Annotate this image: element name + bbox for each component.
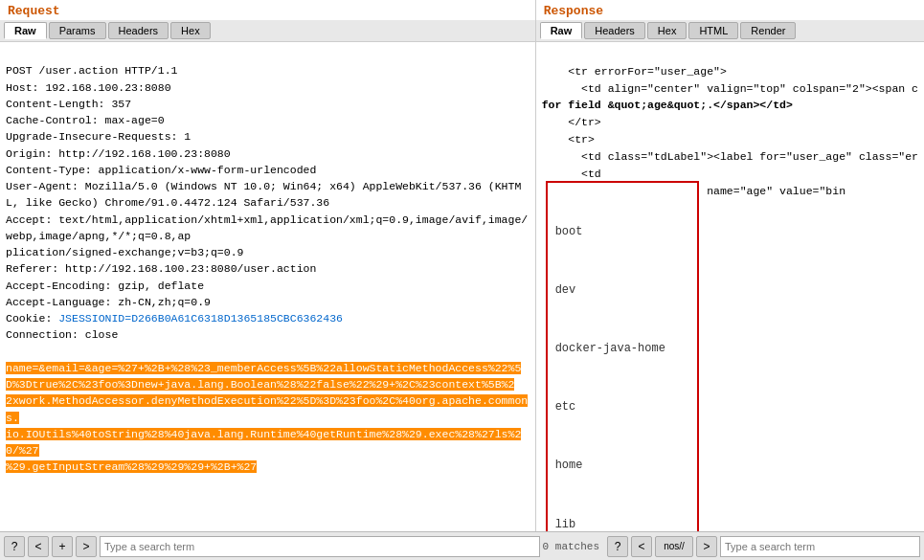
response-title: Response	[536, 0, 924, 20]
prev-button-left[interactable]: <	[28, 536, 49, 557]
resp-tab-headers[interactable]: Headers	[584, 22, 645, 39]
request-panel: Request Raw Params Headers Hex POST /use…	[0, 0, 536, 531]
tab-headers[interactable]: Headers	[108, 22, 169, 39]
prev-button-right[interactable]: <	[631, 536, 652, 557]
tab-hex[interactable]: Hex	[170, 22, 211, 39]
resp-tab-render[interactable]: Render	[740, 22, 796, 39]
tab-params[interactable]: Params	[49, 22, 106, 39]
fwd-button-left[interactable]: >	[76, 536, 97, 557]
request-title: Request	[0, 0, 535, 20]
resp-line-1: <tr errorFor="user_age"> <td align="cent…	[542, 65, 918, 95]
resp-tab-hex[interactable]: Hex	[647, 22, 687, 39]
request-line-1: POST /user.action HTTP/1.1 Host: 192.168…	[6, 64, 528, 341]
fwd-button-right[interactable]: >	[696, 536, 717, 557]
help-button-left[interactable]: ?	[4, 536, 25, 557]
match-count: 0 matches	[543, 541, 599, 552]
autocomplete-dropdown: boot dev docker-java-home etc home lib l…	[546, 181, 699, 531]
bottom-bar: ? < + > 0 matches ? < nos// >	[0, 531, 924, 560]
bottom-right: ? < nos// >	[603, 536, 924, 557]
search-input-left[interactable]	[100, 536, 540, 557]
response-panel: Response Raw Headers Hex HTML Render <tr…	[536, 0, 924, 531]
autocomplete-item[interactable]: home	[548, 456, 697, 475]
next-button-left[interactable]: +	[52, 536, 73, 557]
help-button-right[interactable]: ?	[607, 536, 628, 557]
request-content: POST /user.action HTTP/1.1 Host: 192.168…	[0, 42, 535, 531]
resp-tab-html[interactable]: HTML	[688, 22, 738, 39]
autocomplete-item[interactable]: boot	[548, 222, 697, 241]
next-button-right[interactable]: nos//	[655, 536, 693, 557]
response-content: <tr errorFor="user_age"> <td align="cent…	[536, 42, 924, 531]
autocomplete-item[interactable]: dev	[548, 280, 697, 300]
search-input-right[interactable]	[720, 536, 920, 557]
tab-raw[interactable]: Raw	[4, 22, 47, 39]
resp-bold-line: for field &quot;age&quot;.</span></td>	[542, 99, 793, 111]
autocomplete-item[interactable]: etc	[548, 397, 697, 416]
payload-highlight: name=&email=&age=%27+%2B+%28%23_memberAc…	[6, 362, 528, 474]
resp-tab-raw[interactable]: Raw	[540, 22, 583, 39]
bottom-left: ? < + > 0 matches	[0, 536, 603, 557]
autocomplete-item[interactable]: docker-java-home	[548, 339, 697, 358]
response-tabs: Raw Headers Hex HTML Render	[536, 20, 924, 42]
cookie-value: JSESSIONID=D266B0A61C6318D1365185CBC6362…	[58, 312, 343, 325]
autocomplete-item[interactable]: lib	[548, 515, 697, 531]
request-tabs: Raw Params Headers Hex	[0, 20, 535, 42]
